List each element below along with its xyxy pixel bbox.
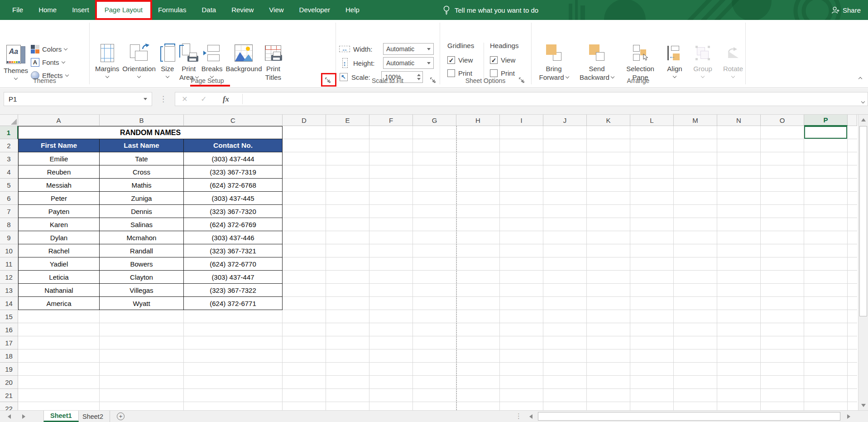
grid-cell[interactable] [100, 349, 184, 363]
table-data-cell[interactable]: Rachel [18, 244, 100, 257]
grid-cell[interactable] [674, 376, 717, 389]
grid-cell[interactable] [500, 152, 543, 165]
grid-cell[interactable] [587, 323, 630, 336]
grid-cell[interactable] [369, 284, 413, 297]
grid-cell[interactable] [630, 297, 674, 310]
grid-cell[interactable] [630, 179, 674, 192]
row-header-11[interactable]: 11 [0, 257, 18, 271]
colors-button[interactable]: Colors [31, 43, 68, 56]
grid-cell[interactable] [674, 402, 717, 410]
grid-cell[interactable] [184, 402, 283, 410]
grid-cell[interactable] [543, 310, 587, 323]
grid-cell[interactable] [369, 139, 413, 152]
row-header-9[interactable]: 9 [0, 231, 18, 244]
grid-cell[interactable] [804, 297, 848, 310]
column-header-E[interactable]: E [326, 115, 369, 126]
grid-cell[interactable] [804, 389, 848, 402]
cancel-button[interactable]: ✕ [175, 95, 194, 103]
grid-cell[interactable] [674, 231, 717, 244]
grid-cell[interactable] [587, 284, 630, 297]
grid-cell[interactable] [283, 402, 326, 410]
menu-tab-data[interactable]: Data [194, 0, 224, 20]
menu-tab-insert[interactable]: Insert [64, 0, 97, 20]
table-data-cell[interactable]: Mathis [100, 179, 184, 192]
grid-cell[interactable] [100, 310, 184, 323]
grid-cell[interactable] [674, 336, 717, 349]
grid-cell[interactable] [413, 310, 456, 323]
grid-cell[interactable] [630, 323, 674, 336]
table-data-cell[interactable]: Yadiel [18, 257, 100, 271]
grid-cell[interactable] [761, 231, 804, 244]
grid-cell[interactable] [761, 218, 804, 231]
grid-cell[interactable] [184, 336, 283, 349]
grid-cell[interactable] [456, 310, 500, 323]
background-button[interactable]: Background [225, 40, 262, 82]
grid-cell[interactable] [18, 323, 100, 336]
grid-cell[interactable] [500, 192, 543, 205]
row-header-14[interactable]: 14 [0, 297, 18, 310]
grid-cell[interactable] [761, 297, 804, 310]
grid-cell[interactable] [543, 323, 587, 336]
grid-cell[interactable] [587, 231, 630, 244]
send-backward-button[interactable]: Send Backward [575, 40, 618, 82]
table-data-cell[interactable]: (303) 437-444 [184, 152, 283, 165]
grid-cell[interactable] [369, 244, 413, 257]
grid-cell[interactable] [18, 402, 100, 410]
table-data-cell[interactable]: Dylan [18, 231, 100, 244]
column-header-I[interactable]: I [500, 115, 543, 126]
grid-cell[interactable] [717, 257, 761, 271]
grid-cell[interactable] [500, 389, 543, 402]
grid-cell[interactable] [184, 376, 283, 389]
grid-cell[interactable] [413, 389, 456, 402]
grid-cell[interactable] [456, 389, 500, 402]
grid-cell[interactable] [761, 402, 804, 410]
row-header-10[interactable]: 10 [0, 244, 18, 257]
grid-cell[interactable] [804, 310, 848, 323]
row-header-20[interactable]: 20 [0, 376, 18, 389]
grid-cell[interactable] [717, 231, 761, 244]
grid-cell[interactable] [543, 376, 587, 389]
grid-cell[interactable] [456, 297, 500, 310]
grid-cell[interactable] [587, 257, 630, 271]
grid-cell[interactable] [326, 179, 369, 192]
menu-tab-file[interactable]: File [5, 0, 31, 20]
grid-cell[interactable] [369, 231, 413, 244]
grid-cell[interactable] [100, 336, 184, 349]
grid-cell[interactable] [717, 389, 761, 402]
fonts-button[interactable]: Fonts [31, 56, 68, 69]
print-titles-button[interactable]: Print Titles [265, 40, 281, 82]
grid-cell[interactable] [587, 310, 630, 323]
grid-cell[interactable] [761, 336, 804, 349]
table-data-cell[interactable]: (303) 437-446 [184, 231, 283, 244]
grid-cell[interactable] [456, 192, 500, 205]
grid-cell[interactable] [543, 126, 587, 139]
grid-cell[interactable] [717, 336, 761, 349]
column-header-K[interactable]: K [587, 115, 630, 126]
grid-cell[interactable] [804, 152, 848, 165]
grid-cell[interactable] [283, 323, 326, 336]
grid-cell[interactable] [761, 323, 804, 336]
table-data-cell[interactable]: Bowers [100, 257, 184, 271]
sheet-tab-sheet1[interactable]: Sheet1 [43, 411, 79, 422]
column-header-C[interactable]: C [184, 115, 283, 126]
grid-cell[interactable] [630, 376, 674, 389]
grid-cell[interactable] [326, 376, 369, 389]
row-header-1[interactable]: 1 [0, 126, 18, 139]
formula-bar-handle[interactable]: ⋮ [159, 92, 167, 106]
vertical-scrollbar-thumb[interactable] [859, 126, 867, 316]
grid-cell[interactable] [674, 297, 717, 310]
grid-cell[interactable] [543, 192, 587, 205]
grid-cell[interactable] [283, 244, 326, 257]
grid-cell[interactable] [500, 205, 543, 218]
grid-cell[interactable] [804, 271, 848, 284]
size-button[interactable]: Size [159, 40, 176, 82]
grid-cell[interactable] [456, 336, 500, 349]
headings-view-checkbox[interactable]: View [490, 53, 518, 67]
grid-cell[interactable] [761, 257, 804, 271]
grid-cell[interactable] [543, 231, 587, 244]
grid-cell[interactable] [761, 376, 804, 389]
grid-cell[interactable] [630, 310, 674, 323]
grid-cell[interactable] [717, 192, 761, 205]
menu-tab-formulas[interactable]: Formulas [150, 0, 194, 20]
grid-cell[interactable] [283, 297, 326, 310]
